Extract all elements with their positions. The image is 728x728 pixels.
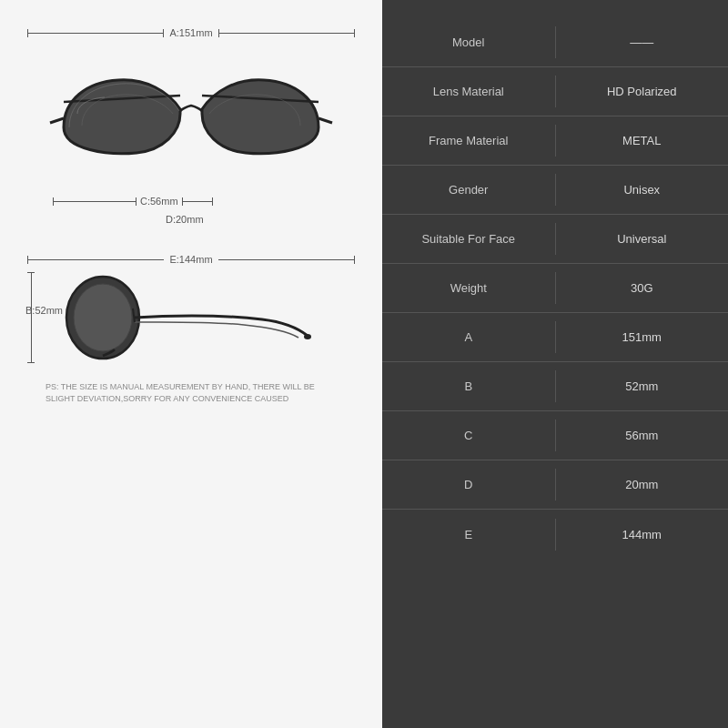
ps-note: PS: THE SIZE IS MANUAL MEASUREMENT BY HA… xyxy=(46,381,337,404)
dim-b-bracket xyxy=(27,272,35,363)
spec-val-9: 20mm xyxy=(555,469,729,500)
spec-row-1: Lens MaterialHD Polarized xyxy=(382,67,728,116)
side-view-section: E:144mm B:52mm xyxy=(27,254,355,363)
side-view-row: B:52mm xyxy=(27,272,355,363)
spec-row-0: Model—— xyxy=(382,18,728,67)
spec-val-8: 56mm xyxy=(555,420,729,451)
spec-key-3: Gender xyxy=(382,174,555,206)
spec-row-9: D20mm xyxy=(382,460,728,510)
spec-val-3: Unisex xyxy=(555,174,729,206)
svg-point-5 xyxy=(74,284,132,351)
dim-d-label: D:20mm xyxy=(166,214,204,225)
dim-e-label: E:144mm xyxy=(164,254,217,265)
spec-key-4: Suitable For Face xyxy=(382,223,555,255)
spec-val-7: 52mm xyxy=(555,370,729,402)
spec-key-9: D xyxy=(382,469,555,500)
spec-val-10: 144mm xyxy=(555,519,729,551)
dim-b-label: B:52mm xyxy=(25,305,63,316)
top-diagram: A:151mm xyxy=(27,27,355,227)
spec-row-3: GenderUnisex xyxy=(382,166,728,215)
spec-key-8: C xyxy=(382,420,555,451)
spec-row-5: Weight30G xyxy=(382,264,728,313)
specs-table: Model——Lens MaterialHD PolarizedFrame Ma… xyxy=(382,0,728,728)
spec-key-0: Model xyxy=(382,26,555,58)
dim-e-row: E:144mm xyxy=(27,254,355,265)
spec-val-0: —— xyxy=(555,26,729,58)
spec-row-7: B52mm xyxy=(382,362,728,411)
dim-d-row: D:20mm xyxy=(27,210,355,227)
spec-val-6: 151mm xyxy=(555,321,729,353)
glasses-front-view xyxy=(27,46,355,191)
dim-c-label: C:56mm xyxy=(136,196,182,207)
svg-point-7 xyxy=(304,334,311,339)
spec-row-8: C56mm xyxy=(382,411,728,460)
dim-a-label: A:151mm xyxy=(164,27,217,38)
spec-key-1: Lens Material xyxy=(382,76,555,107)
spec-key-10: E xyxy=(382,519,555,551)
svg-line-3 xyxy=(318,118,332,123)
spec-val-2: METAL xyxy=(555,125,729,157)
spec-key-6: A xyxy=(382,321,555,353)
spec-val-1: HD Polarized xyxy=(555,76,729,107)
svg-line-2 xyxy=(50,118,64,123)
spec-key-7: B xyxy=(382,370,555,402)
spec-row-2: Frame MaterialMETAL xyxy=(382,116,728,166)
spec-key-5: Weight xyxy=(382,272,555,304)
left-panel: A:151mm xyxy=(0,0,382,728)
dim-cd-row: C:56mm xyxy=(27,196,355,207)
spec-key-2: Frame Material xyxy=(382,125,555,157)
spec-row-6: A151mm xyxy=(382,313,728,362)
spec-row-4: Suitable For FaceUniversal xyxy=(382,215,728,264)
spec-val-4: Universal xyxy=(555,223,729,255)
spec-val-5: 30G xyxy=(555,272,729,304)
dim-a-row: A:151mm xyxy=(27,27,355,38)
spec-row-10: E144mm xyxy=(382,510,728,559)
ps-note-text: PS: THE SIZE IS MANUAL MEASUREMENT BY HA… xyxy=(46,382,315,403)
